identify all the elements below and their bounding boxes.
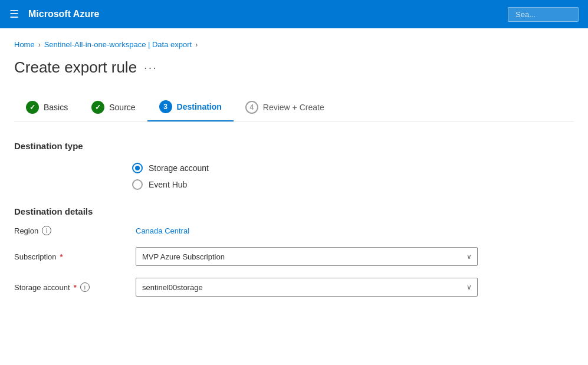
breadcrumb-sep-2: › — [195, 41, 198, 49]
region-label: Region i — [14, 226, 126, 235]
wizard-step-review[interactable]: 4 Review + Create — [234, 94, 336, 121]
wizard-step-basics[interactable]: ✓ Basics — [14, 94, 80, 121]
search-input[interactable] — [508, 7, 579, 22]
app-title: Microsoft Azure — [28, 9, 498, 19]
storage-account-info-icon[interactable]: i — [80, 282, 90, 292]
storage-account-dropdown-wrapper: sentinel00storage ∨ — [136, 278, 478, 297]
storage-account-label: Storage account * i — [14, 282, 126, 292]
wizard-steps: ✓ Basics ✓ Source 3 Destination 4 Review… — [14, 93, 574, 122]
breadcrumb: Home › Sentinel-All-in-one-workspace | D… — [14, 40, 574, 49]
region-value: Canada Central — [136, 226, 189, 235]
storage-account-select[interactable]: sentinel00storage — [136, 278, 478, 297]
subscription-required: * — [60, 252, 63, 261]
breadcrumb-home[interactable]: Home — [14, 40, 35, 49]
destination-type-title: Destination type — [14, 141, 574, 151]
radio-eventhub-icon — [132, 179, 143, 190]
step-review-circle: 4 — [245, 101, 258, 114]
page-title: Create export rule — [14, 58, 137, 77]
region-info-icon[interactable]: i — [42, 226, 51, 235]
storage-account-required: * — [74, 283, 77, 292]
hamburger-icon[interactable]: ☰ — [9, 8, 19, 21]
main-content: Home › Sentinel-All-in-one-workspace | D… — [0, 28, 588, 365]
wizard-step-destination[interactable]: 3 Destination — [147, 93, 234, 121]
subscription-dropdown-wrapper: MVP Azure Subscription ∨ — [136, 247, 478, 266]
step-destination-circle: 3 — [159, 100, 172, 113]
breadcrumb-workspace[interactable]: Sentinel-All-in-one-workspace | Data exp… — [44, 40, 192, 49]
radio-eventhub-label: Event Hub — [149, 180, 187, 189]
destination-type-options: Storage account Event Hub — [132, 163, 574, 190]
step-review-label: Review + Create — [263, 103, 324, 112]
step-source-circle: ✓ — [91, 101, 104, 114]
radio-storage-label: Storage account — [149, 163, 209, 173]
step-basics-circle: ✓ — [26, 101, 39, 114]
more-options-icon[interactable]: ··· — [144, 61, 157, 74]
subscription-label: Subscription * — [14, 252, 126, 261]
radio-event-hub[interactable]: Event Hub — [132, 179, 574, 190]
step-source-label: Source — [109, 103, 135, 112]
radio-storage-account[interactable]: Storage account — [132, 163, 574, 173]
topbar: ☰ Microsoft Azure — [0, 0, 588, 28]
wizard-step-source[interactable]: ✓ Source — [80, 94, 147, 121]
step-basics-label: Basics — [44, 103, 68, 112]
form-row-subscription: Subscription * MVP Azure Subscription ∨ — [14, 247, 574, 266]
step-destination-label: Destination — [177, 102, 222, 111]
subscription-select[interactable]: MVP Azure Subscription — [136, 247, 478, 266]
radio-storage-icon — [132, 163, 143, 173]
form-row-region: Region i Canada Central — [14, 226, 574, 235]
form-row-storage-account: Storage account * i sentinel00storage ∨ — [14, 278, 574, 297]
page-title-row: Create export rule ··· — [14, 58, 574, 77]
breadcrumb-sep-1: › — [38, 41, 41, 49]
destination-details-title: Destination details — [14, 206, 574, 216]
